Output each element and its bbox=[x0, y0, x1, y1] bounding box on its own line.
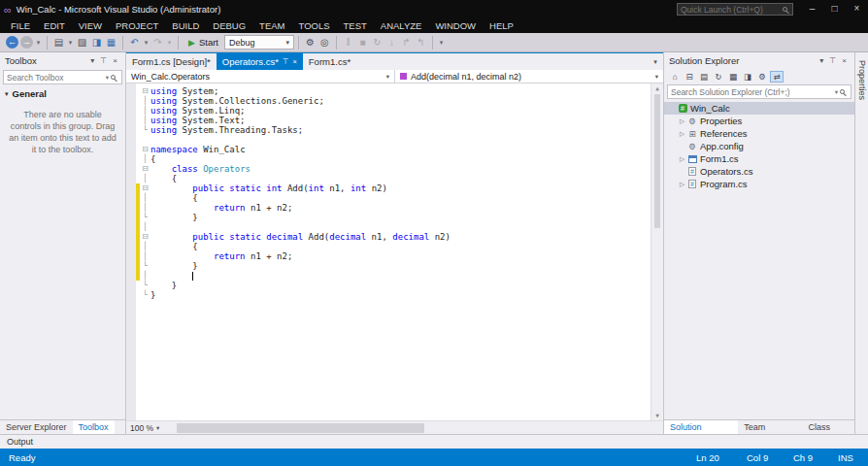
outlining-margin-cell[interactable]: └ bbox=[140, 290, 150, 300]
pin-icon[interactable]: ⊤ bbox=[826, 56, 839, 65]
tree-item-operators-cs[interactable]: #Operators.cs bbox=[664, 165, 854, 178]
editor-tab-1[interactable]: Form1.cs [Design]* bbox=[126, 53, 217, 70]
outlining-margin-cell[interactable]: │ bbox=[140, 203, 150, 213]
outlining-margin-cell[interactable]: ⊟ bbox=[140, 164, 150, 174]
editor-tab-2[interactable]: Operators.cs*⊤× bbox=[217, 53, 303, 70]
tree-item-form1-cs[interactable]: ▷Form1.cs bbox=[664, 152, 854, 165]
breakpoint-margin-cell[interactable] bbox=[126, 203, 136, 213]
menu-tools[interactable]: TOOLS bbox=[292, 20, 337, 31]
outlining-margin-cell[interactable]: │ bbox=[140, 154, 150, 164]
stop-debugging-icon[interactable]: ■ bbox=[355, 37, 370, 48]
undo-icon[interactable]: ↶ bbox=[127, 37, 142, 48]
quick-launch-box[interactable] bbox=[677, 3, 793, 16]
toolbox-section-general[interactable]: ▾ General bbox=[0, 86, 125, 101]
nav-forward-icon[interactable]: → bbox=[20, 36, 33, 49]
redo-icon[interactable]: ↷ bbox=[150, 37, 165, 48]
outlining-margin-cell[interactable]: │ bbox=[140, 106, 150, 116]
breakpoint-margin-cell[interactable] bbox=[126, 251, 136, 261]
collapse-all-icon[interactable]: ⊟ bbox=[683, 72, 696, 82]
redo-dropdown-icon[interactable]: ▾ bbox=[165, 39, 174, 47]
outlining-margin-cell[interactable]: ⊟ bbox=[140, 86, 150, 96]
menu-build[interactable]: BUILD bbox=[165, 20, 206, 31]
outlining-margin-cell[interactable]: │ bbox=[140, 251, 150, 261]
scrollbar-thumb[interactable] bbox=[654, 94, 660, 228]
nav-back-icon[interactable]: ← bbox=[6, 36, 18, 49]
breakpoint-margin-cell[interactable] bbox=[126, 193, 136, 203]
nav-dropdown-icon[interactable]: ▾ bbox=[34, 39, 43, 47]
expand-arrow-icon[interactable]: ▷ bbox=[678, 117, 686, 125]
breakpoint-margin-cell[interactable] bbox=[126, 86, 136, 96]
toolbar-options-icon[interactable]: ▾ bbox=[437, 39, 446, 47]
tree-item-properties[interactable]: ▷⚙Properties bbox=[664, 115, 854, 127]
breakpoint-margin-cell[interactable] bbox=[126, 145, 136, 154]
breakpoint-margin-cell[interactable] bbox=[126, 164, 136, 174]
chevron-down-icon[interactable]: ▾ bbox=[104, 74, 111, 82]
outlining-margin-cell[interactable]: ⊟ bbox=[140, 145, 150, 154]
breakpoint-margin-cell[interactable] bbox=[126, 106, 136, 116]
restart-icon[interactable]: ↻ bbox=[370, 37, 384, 48]
close-icon[interactable]: × bbox=[839, 56, 850, 65]
menu-team[interactable]: TEAM bbox=[252, 20, 291, 31]
expand-arrow-icon[interactable]: ▷ bbox=[678, 130, 686, 138]
outlining-margin-cell[interactable]: └ bbox=[140, 281, 150, 290]
breakpoint-margin-cell[interactable] bbox=[126, 232, 136, 242]
minimize-button[interactable]: – bbox=[801, 0, 823, 18]
sync-with-active-document-icon[interactable]: ⇄ bbox=[770, 71, 784, 83]
outlining-margin-cell[interactable]: │ bbox=[140, 193, 150, 203]
breakpoint-margin-cell[interactable] bbox=[126, 154, 136, 164]
solution-configurations-dropdown[interactable]: Debug▾ bbox=[224, 35, 294, 50]
outlining-margin-cell[interactable]: └ bbox=[140, 125, 150, 135]
menu-analyze[interactable]: ANALYZE bbox=[374, 20, 429, 31]
outlining-margin-cell[interactable]: └ bbox=[140, 213, 150, 222]
outlining-margin-cell[interactable]: ⊟ bbox=[140, 232, 150, 242]
breakpoint-margin-cell[interactable] bbox=[126, 290, 136, 300]
breakpoint-margin-cell[interactable] bbox=[126, 222, 136, 232]
window-menu-icon[interactable]: ▾ bbox=[87, 56, 97, 65]
new-file-icon[interactable]: ▤ bbox=[51, 37, 66, 48]
menu-help[interactable]: HELP bbox=[483, 20, 520, 31]
scrollbar-thumb[interactable] bbox=[177, 423, 424, 433]
tab-team-explorer[interactable]: Team Explorer bbox=[738, 420, 802, 434]
tree-item-program-cs[interactable]: ▷#Program.cs bbox=[664, 178, 854, 190]
breakpoint-margin-cell[interactable] bbox=[126, 261, 136, 271]
breakpoint-margin-cell[interactable] bbox=[126, 242, 136, 251]
tab-solution-explorer[interactable]: Solution Explorer bbox=[664, 420, 738, 434]
output-window-bar[interactable]: Output bbox=[0, 434, 868, 449]
step-over-icon[interactable]: ↱ bbox=[399, 37, 414, 48]
code-editor[interactable]: ⊟using System;│using System.Collections.… bbox=[126, 83, 663, 420]
menu-test[interactable]: TEST bbox=[337, 20, 374, 31]
find-in-files-icon[interactable]: ◎ bbox=[317, 37, 332, 48]
window-menu-icon[interactable]: ▾ bbox=[817, 56, 826, 65]
horizontal-scrollbar[interactable] bbox=[167, 421, 663, 434]
outlining-margin-cell[interactable]: └ bbox=[140, 261, 150, 271]
active-files-dropdown-icon[interactable]: ▾ bbox=[648, 58, 663, 66]
new-file-dropdown-icon[interactable]: ▾ bbox=[66, 39, 75, 47]
breakpoint-margin-cell[interactable] bbox=[126, 174, 136, 183]
outlining-margin-cell[interactable]: │ bbox=[140, 271, 150, 281]
pending-changes-filter-icon[interactable]: ▤ bbox=[697, 72, 711, 82]
section-expander-icon[interactable]: ▾ bbox=[5, 90, 9, 98]
type-dropdown[interactable]: Win_Calc.Operators ▾ bbox=[126, 70, 395, 83]
tab-server-explorer[interactable]: Server Explorer bbox=[0, 420, 73, 434]
tab-close-icon[interactable]: × bbox=[292, 57, 296, 66]
open-file-icon[interactable]: ▨ bbox=[75, 37, 89, 48]
outlining-margin-cell[interactable] bbox=[140, 135, 150, 145]
solution-search-input[interactable] bbox=[668, 87, 833, 97]
solution-search-box[interactable]: ▾ bbox=[667, 84, 851, 99]
breakpoint-margin-cell[interactable] bbox=[126, 116, 136, 125]
zoom-dropdown[interactable]: 100 % ▾ bbox=[126, 423, 167, 433]
undo-dropdown-icon[interactable]: ▾ bbox=[142, 39, 150, 47]
break-all-icon[interactable]: ‖ bbox=[341, 37, 355, 48]
save-icon[interactable]: ◨ bbox=[89, 37, 104, 48]
breakpoint-margin-cell[interactable] bbox=[126, 183, 136, 193]
tree-item-win-calc[interactable]: #Win_Calc bbox=[664, 102, 854, 115]
outlining-margin-cell[interactable]: │ bbox=[140, 242, 150, 251]
breakpoint-margin-cell[interactable] bbox=[126, 271, 136, 281]
tab-class-view[interactable]: Class View bbox=[802, 420, 854, 434]
breakpoint-margin-cell[interactable] bbox=[126, 281, 136, 290]
tab-pin-icon[interactable]: ⊤ bbox=[283, 57, 289, 66]
outlining-margin-cell[interactable]: │ bbox=[140, 222, 150, 232]
expand-arrow-icon[interactable]: ▷ bbox=[678, 155, 686, 163]
save-all-icon[interactable]: ▦ bbox=[104, 37, 118, 48]
properties-vertical-tab[interactable]: Properties bbox=[857, 52, 867, 100]
